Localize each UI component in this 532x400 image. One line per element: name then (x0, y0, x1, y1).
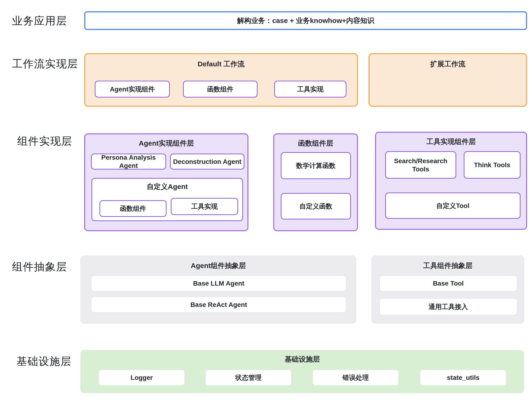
infrastructure-title: 基础设施层 (81, 355, 524, 363)
infra-item-logger: Logger (99, 369, 185, 386)
business-box-text: 解构业务：case + 业务knowhow+内容知识 (237, 16, 374, 25)
abstract-item-base-tool: Base Tool (379, 275, 517, 291)
business-box: 解构业务：case + 业务knowhow+内容知识 (84, 11, 527, 30)
custom-agent-item-label: 工具实现 (191, 202, 218, 211)
layer-label-abstraction: 组件抽象层 (12, 262, 67, 272)
infra-item-label: 状态管理 (235, 374, 261, 382)
function-box-label: 自定义函数 (299, 202, 332, 210)
workflow-item-agent: Agent实现组件 (95, 81, 170, 98)
custom-agent-title: 自定义Agent (92, 182, 242, 191)
tool-box-custom: 自定义Tool (385, 193, 520, 219)
workflow-item-label: 函数组件 (207, 85, 233, 93)
default-workflow-title: Default 工作流 (85, 60, 357, 68)
agent-box-label: Deconstruction Agent (173, 157, 241, 166)
agent-box-persona: Persona Analysis Agent (91, 154, 166, 169)
tool-box-label: 自定义Tool (436, 202, 469, 210)
function-components-container: 函数组件层 数学计算函数 自定义函数 (273, 133, 358, 231)
agent-box-deconstruction: Deconstruction Agent (170, 154, 244, 169)
workflow-item-function: 函数组件 (183, 81, 258, 98)
abstract-item-base-llm-agent: Base LLM Agent (91, 275, 347, 291)
tool-abstraction-container: 工具组件抽象层 Base Tool 通用工具接入 (372, 256, 524, 324)
extended-workflow-title: 扩展工作流 (369, 60, 526, 68)
function-components-title: 函数组件层 (274, 139, 357, 148)
abstract-item-label: Base ReAct Agent (190, 300, 247, 309)
agent-box-label: Persona Analysis Agent (92, 153, 165, 170)
workflow-item-label: Agent实现组件 (110, 85, 155, 93)
agent-components-container: Agent实现组件层 Persona Analysis Agent Decons… (84, 133, 248, 231)
custom-agent-item-tool: 工具实现 (171, 198, 238, 215)
abstract-item-label: Base LLM Agent (193, 279, 244, 288)
infra-item-state-management: 状态管理 (205, 369, 291, 386)
infra-item-label: 错误处理 (342, 374, 369, 382)
infra-item-label: Logger (131, 374, 153, 382)
infra-item-state-utils: state_utils (420, 369, 507, 386)
layer-label-workflow: 工作流实现层 (12, 58, 78, 69)
abstract-item-label: Base Tool (433, 279, 464, 288)
agent-components-title: Agent实现组件层 (85, 139, 247, 148)
custom-agent-item-function: 函数组件 (100, 200, 166, 217)
infra-item-error-handling: 错误处理 (312, 369, 399, 386)
extended-workflow-container: 扩展工作流 (368, 53, 527, 107)
custom-agent-box: 自定义Agent 函数组件 工具实现 (91, 178, 243, 221)
function-box-label: 数学计算函数 (296, 162, 336, 170)
agent-abstraction-title: Agent组件抽象层 (81, 262, 356, 270)
tool-box-label: Think Tools (474, 161, 510, 169)
custom-agent-item-label: 函数组件 (120, 205, 146, 213)
tool-components-title: 工具实现组件层 (376, 138, 526, 146)
agent-abstraction-container: Agent组件抽象层 Base LLM Agent Base ReAct Age… (81, 256, 356, 324)
abstract-item-generic-tool-access: 通用工具接入 (379, 298, 517, 315)
tool-box-think: Think Tools (464, 151, 520, 179)
layer-label-business: 业务应用层 (12, 15, 67, 26)
tool-abstraction-title: 工具组件抽象层 (372, 262, 524, 270)
abstract-item-base-react-agent: Base ReAct Agent (91, 297, 347, 313)
tool-components-container: 工具实现组件层 Search/Research Tools Think Tool… (375, 132, 527, 230)
abstract-item-label: 通用工具接入 (429, 303, 468, 311)
layer-label-components: 组件实现层 (17, 136, 72, 146)
infra-item-label: state_utils (447, 374, 480, 382)
infrastructure-container: 基础设施层 Logger 状态管理 错误处理 state_utils (81, 350, 524, 393)
workflow-item-tool: 工具实现 (274, 81, 347, 98)
layer-label-infrastructure: 基础设施层 (16, 356, 71, 367)
function-box-custom: 自定义函数 (281, 193, 351, 219)
workflow-item-label: 工具实现 (297, 85, 323, 93)
tool-box-search: Search/Research Tools (385, 151, 456, 179)
default-workflow-container: Default 工作流 Agent实现组件 函数组件 工具实现 (84, 53, 358, 107)
tool-box-label: Search/Research Tools (386, 157, 456, 173)
architecture-diagram: 业务应用层 解构业务：case + 业务knowhow+内容知识 工作流实现层 … (0, 0, 532, 400)
function-box-math: 数学计算函数 (281, 152, 351, 179)
